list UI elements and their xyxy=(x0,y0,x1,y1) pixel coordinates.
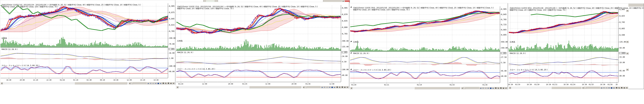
chart-canvas[interactable] xyxy=(0,0,175,85)
button-r[interactable]: R xyxy=(620,86,623,89)
scroll-first-icon[interactable]: ◄ xyxy=(147,82,149,84)
button-l[interactable]: L xyxy=(338,86,341,88)
stop-icon[interactable]: ■ xyxy=(610,86,613,89)
scrollbar-thumb[interactable] xyxy=(414,87,460,89)
zoom-slider-handle[interactable] xyxy=(132,82,133,84)
scrollbar-right-arrow[interactable]: ► xyxy=(303,86,305,88)
time-axis-label: 01/26 xyxy=(306,83,310,85)
pane-menu-button[interactable] xyxy=(626,41,629,43)
stoch-axis-label: 40.00 xyxy=(169,70,174,73)
scroll-first-icon[interactable]: ◄ xyxy=(321,86,323,88)
price-axis-label: 8,745 xyxy=(620,21,625,23)
volume-axis-label: 390.00 xyxy=(342,40,348,42)
pane-menu-button[interactable] xyxy=(626,68,629,71)
zoom-out-icon[interactable]: − xyxy=(484,87,487,89)
scroll-last-icon[interactable]: ► xyxy=(160,82,162,84)
volume-axis-label: 155.00 xyxy=(342,46,348,48)
zoom-slider[interactable] xyxy=(305,86,321,88)
scrollbar-left-arrow[interactable]: ◄ xyxy=(0,82,3,84)
scrollbar-thumb[interactable] xyxy=(552,86,581,89)
close-icon[interactable]: × xyxy=(505,87,507,89)
zoom-out-icon[interactable]: − xyxy=(152,82,154,84)
scrollbar-thumb[interactable] xyxy=(75,82,127,84)
scroll-last-icon[interactable]: ► xyxy=(492,87,494,89)
chart-scrollbar: ◄►◄＋−↔■►DLR⊕× xyxy=(350,87,507,89)
zoom-out-icon[interactable]: − xyxy=(326,86,328,88)
price-axis-label: 8,845 xyxy=(169,18,174,20)
zoom-slider-handle[interactable] xyxy=(585,87,586,89)
chart-legend-row2: 移動平均( Close, 20 ) 移動平均( Close, 150 ) 移動平… xyxy=(353,9,410,11)
chart-canvas[interactable] xyxy=(176,2,349,89)
button-d[interactable]: D xyxy=(494,87,497,89)
button-l[interactable]: L xyxy=(164,82,167,84)
close-icon[interactable]: × xyxy=(346,86,349,88)
scrollbar-thumb[interactable] xyxy=(249,86,301,88)
button-l[interactable]: L xyxy=(497,87,500,89)
scrollbar-track[interactable] xyxy=(3,82,129,84)
zoom-slider-handle[interactable] xyxy=(464,87,466,89)
fit-width-icon[interactable]: ↔ xyxy=(154,82,157,84)
scroll-first-icon[interactable]: ◄ xyxy=(600,86,603,89)
scroll-last-icon[interactable]: ► xyxy=(334,86,336,88)
stop-icon[interactable]: ■ xyxy=(490,87,492,89)
zoom-slider[interactable] xyxy=(584,86,600,89)
pane-menu-button[interactable] xyxy=(626,52,629,55)
stoch-axis-label: 40.00 xyxy=(501,75,506,77)
scrollbar-track[interactable] xyxy=(511,86,582,89)
button-d[interactable]: D xyxy=(162,82,164,84)
time-axis-label: 16 xyxy=(616,83,618,85)
stoch-axis-label: 95.00 xyxy=(620,70,625,72)
zoom-in-icon[interactable]: ＋ xyxy=(603,86,605,89)
arrow-nw-icon xyxy=(351,69,352,70)
scroll-last-icon[interactable]: ► xyxy=(613,86,615,89)
scrollbar-track[interactable] xyxy=(178,86,303,88)
scrollbar-right-arrow[interactable]: ► xyxy=(461,87,464,89)
zoom-in-icon[interactable]: ＋ xyxy=(323,86,326,88)
chart-canvas[interactable] xyxy=(508,4,628,89)
close-icon[interactable]: × xyxy=(626,86,628,89)
magnifier-icon[interactable]: ⊕ xyxy=(623,86,626,89)
zoom-slider[interactable] xyxy=(131,82,147,84)
zoom-in-icon[interactable]: ＋ xyxy=(482,87,484,89)
scrollbar-track[interactable] xyxy=(352,87,461,89)
magnifier-icon[interactable]: ⊕ xyxy=(170,82,172,84)
button-d[interactable]: D xyxy=(336,86,338,88)
button-d[interactable]: D xyxy=(615,86,618,89)
stop-icon[interactable]: ■ xyxy=(157,82,160,84)
volume-pane-label: 出来高 xyxy=(353,41,358,43)
magnifier-icon[interactable]: ⊕ xyxy=(344,86,346,88)
button-l[interactable]: L xyxy=(618,86,620,89)
zoom-slider-handle[interactable] xyxy=(306,86,307,88)
zoom-slider[interactable] xyxy=(464,87,479,89)
scrollbar-left-arrow[interactable]: ◄ xyxy=(509,86,511,89)
close-icon[interactable]: × xyxy=(172,82,175,84)
zoom-slider-line xyxy=(132,83,146,83)
scrollbar-right-arrow[interactable]: ► xyxy=(129,82,131,84)
chart-canvas[interactable] xyxy=(350,3,508,90)
scroll-first-icon[interactable]: ◄ xyxy=(479,87,482,89)
button-r[interactable]: R xyxy=(167,82,170,84)
chevron-down-icon xyxy=(627,53,628,54)
macd-pane-label: MACD( 12, 26, 9 ) xyxy=(353,52,369,54)
fit-width-icon[interactable]: ↔ xyxy=(328,86,331,88)
price-axis-label: 8,590 xyxy=(620,34,625,36)
time-axis-label: 01/21 xyxy=(552,83,557,85)
price-axis-label: 8,665 xyxy=(501,29,506,31)
scrollbar-right-arrow[interactable]: ► xyxy=(582,86,584,89)
time-axis-label: 16:30 xyxy=(582,83,587,85)
fit-width-icon[interactable]: ↔ xyxy=(487,87,490,89)
pane-menu-button[interactable] xyxy=(626,10,629,12)
price-axis-label: 8,825 xyxy=(620,15,625,17)
magnifier-icon[interactable]: ⊕ xyxy=(502,87,505,89)
zoom-out-icon[interactable]: − xyxy=(605,86,608,89)
price-axis-label: 8,785 xyxy=(169,30,174,32)
stoch-axis-label: 40.00 xyxy=(342,74,348,76)
zoom-in-icon[interactable]: ＋ xyxy=(149,82,152,84)
time-axis-label: 20:00 xyxy=(20,79,24,81)
button-r[interactable]: R xyxy=(341,86,344,88)
fit-width-icon[interactable]: ↔ xyxy=(608,86,610,89)
scrollbar-left-arrow[interactable]: ◄ xyxy=(176,86,178,88)
scrollbar-left-arrow[interactable]: ◄ xyxy=(350,87,352,89)
button-r[interactable]: R xyxy=(500,87,502,89)
stop-icon[interactable]: ■ xyxy=(331,86,334,88)
